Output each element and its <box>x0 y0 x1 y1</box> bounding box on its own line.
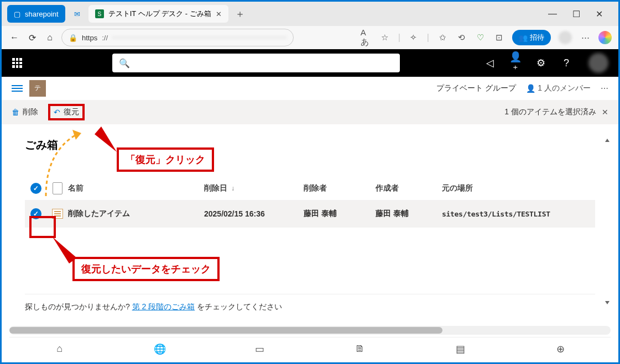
screenshot-icon[interactable]: ⊡ <box>493 32 504 43</box>
restore-highlight: ↶ 復元 <box>48 104 85 120</box>
restore-label: 復元 <box>64 107 79 117</box>
health-icon[interactable]: ♡ <box>475 32 486 43</box>
browser-tab-strip: ▢ sharepoint ✉ S テストIT ヘルプ デスク - ごみ箱 ✕ ＋… <box>2 2 618 26</box>
clear-selection-button[interactable]: ✕ <box>602 108 608 117</box>
url-rest: :// <box>102 34 108 42</box>
column-created-by[interactable]: 作成者 <box>376 183 442 193</box>
recycle-bin-table: 名前 削除日 削除者 作成者 元の場所 削除したアイテム 2025/02/15 … <box>25 177 595 228</box>
favorites-icon[interactable]: ✩ <box>437 32 448 43</box>
members-count: 1 人のメンバー <box>538 83 591 93</box>
history-icon[interactable]: ⟲ <box>456 32 467 43</box>
help-icon[interactable]: ? <box>560 57 573 69</box>
person-icon: 👤 <box>526 84 535 93</box>
settings-gear-icon[interactable]: ⚙ <box>534 57 548 69</box>
delete-button[interactable]: 🗑 削除 <box>12 107 38 117</box>
megaphone-icon[interactable]: ◁ <box>483 57 497 69</box>
footer-suffix: をチェックしてください <box>197 302 282 311</box>
site-more-button[interactable]: ⋯ <box>601 84 608 93</box>
nav-doc-icon[interactable]: 🗎 <box>310 343 410 355</box>
svg-marker-2 <box>72 130 81 140</box>
site-header: テ プライベート グループ 👤 1 人のメンバー ⋯ <box>2 77 618 100</box>
checkbox-highlight <box>29 216 56 238</box>
invite-icon: 👥 <box>519 34 528 42</box>
nav-add-icon[interactable]: ⊕ <box>510 343 611 355</box>
row-deleted-by: 藤田 泰輔 <box>304 209 376 219</box>
restore-button[interactable]: ↶ 復元 <box>54 107 79 117</box>
undo-icon: ↶ <box>54 108 60 117</box>
outlook-icon: ✉ <box>74 10 80 18</box>
tab-sharepoint-label: sharepoint <box>25 10 59 18</box>
tab-active-title: テストIT ヘルプ デスク - ごみ箱 <box>108 9 211 19</box>
page-title: ごみ箱 <box>2 124 618 158</box>
waffle-icon <box>12 58 22 68</box>
scroll-up-icon[interactable] <box>605 139 609 142</box>
scroll-down-icon[interactable] <box>605 301 609 304</box>
new-tab-button[interactable]: ＋ <box>235 7 245 20</box>
sp-list-icon: S <box>95 9 104 18</box>
url-scheme: https <box>82 34 97 42</box>
group-type-label: プライベート グループ <box>436 83 516 93</box>
column-name[interactable]: 名前 <box>68 183 204 193</box>
app-launcher-button[interactable] <box>6 58 28 68</box>
window-controls: — ☐ ✕ <box>548 9 613 19</box>
tab-outlook[interactable]: ✉ <box>67 5 86 23</box>
members-link[interactable]: 👤 1 人のメンバー <box>526 83 591 93</box>
edge-bottom-nav: ⌂ 🌐 ▭ 🗎 ▤ ⊕ <box>9 337 611 360</box>
second-stage-hint: 探しものが見つかりませんか? 第 2 段階のごみ箱 をチェックしてください <box>25 294 595 312</box>
nav-news-icon[interactable]: ▭ <box>210 343 310 355</box>
nav-collections-icon[interactable]: ▤ <box>410 343 510 355</box>
nav-home-icon[interactable]: ⌂ <box>9 343 110 355</box>
tab-close-icon[interactable]: ✕ <box>216 10 222 18</box>
suite-bar: 🔍 ◁ 👤⁺ ⚙ ? <box>2 49 618 77</box>
invite-button[interactable]: 👥 招待 <box>512 30 551 45</box>
people-icon[interactable]: 👤⁺ <box>509 51 522 75</box>
lock-icon: 🔒 <box>69 34 77 42</box>
callout-check-data: 復元したいデータをチェック <box>72 257 220 281</box>
favorite-star-icon[interactable]: ☆ <box>379 32 390 43</box>
column-deleted-by[interactable]: 削除者 <box>304 183 376 193</box>
trash-icon: 🗑 <box>12 108 19 117</box>
second-stage-link[interactable]: 第 2 段階のごみ箱 <box>132 302 195 311</box>
reading-mode-icon[interactable]: Aあ <box>361 32 372 43</box>
column-deleted-date[interactable]: 削除日 <box>204 183 304 193</box>
window-close-icon[interactable]: ✕ <box>596 9 603 19</box>
profile-avatar[interactable] <box>559 31 572 44</box>
home-button[interactable]: ⌂ <box>44 31 56 44</box>
invite-label: 招待 <box>530 33 544 43</box>
row-created-by: 藤田 泰輔 <box>376 209 442 219</box>
column-original-location[interactable]: 元の場所 <box>442 183 595 193</box>
vertical-scrollbar[interactable] <box>605 139 609 304</box>
row-original-location: sites/test3/Lists/TESTLIST <box>442 210 595 218</box>
row-name: 削除したアイテム <box>68 209 204 219</box>
url-field[interactable]: 🔒 https :// <box>61 29 294 46</box>
table-header: 名前 削除日 削除者 作成者 元の場所 <box>25 177 595 200</box>
more-icon[interactable]: ⋯ <box>580 32 591 43</box>
back-button[interactable]: ← <box>8 31 20 44</box>
hamburger-menu-button[interactable] <box>12 85 23 92</box>
footer-prefix: 探しものが見つかりませんか? <box>25 302 130 311</box>
window-maximize-icon[interactable]: ☐ <box>572 9 580 19</box>
scrollbar-thumb[interactable] <box>9 327 442 334</box>
extensions-icon[interactable]: ✧ <box>408 32 419 43</box>
delete-label: 削除 <box>23 107 38 117</box>
site-logo[interactable]: テ <box>29 80 46 97</box>
nav-globe-icon[interactable]: 🌐 <box>110 343 210 355</box>
horizontal-scrollbar[interactable] <box>9 326 611 335</box>
select-all-checkbox[interactable] <box>28 181 44 196</box>
table-row[interactable]: 削除したアイテム 2025/02/15 16:36 藤田 泰輔 藤田 泰輔 si… <box>25 200 595 228</box>
command-bar: 🗑 削除 ↶ 復元 1 個のアイテムを選択済み ✕ <box>2 100 618 124</box>
user-avatar[interactable] <box>588 53 608 73</box>
search-icon: 🔍 <box>119 58 130 68</box>
callout-restore-click: 「復元」クリック <box>117 147 214 172</box>
browser-address-bar: ← ⟳ ⌂ 🔒 https :// Aあ ☆ | ✧ | ✩ ⟲ ♡ ⊡ 👥 招… <box>2 26 618 49</box>
copilot-icon[interactable] <box>598 31 612 44</box>
tab-active[interactable]: S テストIT ヘルプ デスク - ごみ箱 ✕ <box>88 5 228 23</box>
tab-sharepoint[interactable]: ▢ sharepoint <box>7 5 65 23</box>
search-input[interactable]: 🔍 <box>112 54 400 72</box>
refresh-button[interactable]: ⟳ <box>26 31 38 44</box>
window-minimize-icon[interactable]: — <box>548 9 557 19</box>
selection-status: 1 個のアイテムを選択済み <box>504 107 596 117</box>
dashed-arrow <box>44 130 82 202</box>
sharepoint-icon: ▢ <box>14 10 20 18</box>
row-deleted-date: 2025/02/15 16:36 <box>204 209 304 218</box>
